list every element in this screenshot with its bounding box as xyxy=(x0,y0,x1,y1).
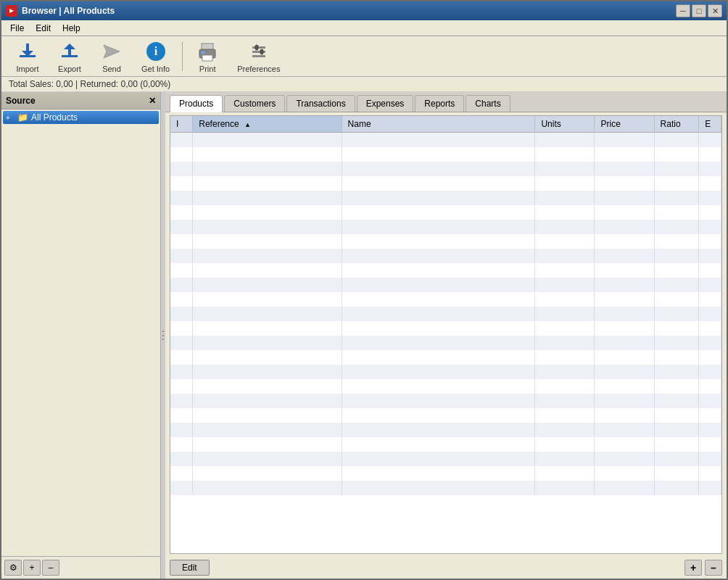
col-header-i-label: I xyxy=(176,119,178,129)
col-header-units[interactable]: Units xyxy=(535,116,595,133)
svg-rect-16 xyxy=(252,55,265,57)
maximize-button[interactable]: □ xyxy=(692,4,706,17)
table-row[interactable] xyxy=(170,481,721,495)
export-label: Export xyxy=(58,65,81,73)
sidebar-remove-button[interactable]: – xyxy=(42,560,59,576)
sidebar-footer: ⚙ + – xyxy=(1,556,160,579)
tab-products[interactable]: Products xyxy=(170,95,223,112)
sidebar-add-button[interactable]: + xyxy=(23,560,41,576)
col-header-e[interactable]: E xyxy=(699,116,721,133)
window-title: Browser | All Products xyxy=(22,6,115,16)
table-header-row: I Reference ▲ Name Units xyxy=(170,116,721,133)
table-row[interactable] xyxy=(170,133,721,147)
col-header-units-label: Units xyxy=(541,119,561,129)
svg-rect-13 xyxy=(202,51,204,54)
send-label: Send xyxy=(102,65,121,73)
app-icon xyxy=(6,5,17,17)
menu-bar: File Edit Help xyxy=(1,20,727,36)
title-bar-left: Browser | All Products xyxy=(6,5,115,17)
table-row[interactable] xyxy=(170,437,721,452)
svg-rect-14 xyxy=(252,46,265,49)
table-row[interactable] xyxy=(170,249,721,263)
table-row[interactable] xyxy=(170,162,721,176)
table-row[interactable] xyxy=(170,365,721,379)
sidebar-header: Source ✕ xyxy=(1,92,160,109)
import-button[interactable]: Import xyxy=(7,36,48,77)
svg-marker-6 xyxy=(64,44,75,49)
table-row[interactable] xyxy=(170,321,721,336)
import-label: Import xyxy=(16,65,38,73)
svg-text:i: i xyxy=(154,45,157,57)
table-container: I Reference ▲ Name Units xyxy=(170,115,722,554)
table-footer: Edit + – xyxy=(165,557,727,579)
main-content: Source ✕ + 📁 All Products ⚙ + – ⋮ xyxy=(1,92,727,579)
print-icon xyxy=(196,40,219,63)
table-row[interactable] xyxy=(170,466,721,481)
table-row[interactable] xyxy=(170,452,721,466)
table-row[interactable] xyxy=(170,394,721,408)
info-icon: i xyxy=(144,40,167,63)
table-row[interactable] xyxy=(170,278,721,292)
close-button[interactable]: ✕ xyxy=(708,4,722,17)
minimize-button[interactable]: ─ xyxy=(676,4,690,17)
menu-help[interactable]: Help xyxy=(57,22,86,35)
table-row[interactable] xyxy=(170,336,721,350)
menu-file[interactable]: File xyxy=(4,22,30,35)
svg-rect-18 xyxy=(260,49,263,54)
table-row[interactable] xyxy=(170,191,721,205)
table-row[interactable] xyxy=(170,307,721,321)
col-header-i[interactable]: I xyxy=(170,116,193,133)
print-button[interactable]: Print xyxy=(187,36,228,77)
export-button[interactable]: Export xyxy=(49,36,90,77)
preferences-button[interactable]: Preferences xyxy=(229,36,288,77)
sidebar-item-label: All Products xyxy=(31,112,78,123)
table-row[interactable] xyxy=(170,408,721,423)
tab-customers[interactable]: Customers xyxy=(224,95,285,112)
remove-row-button[interactable]: – xyxy=(705,560,722,576)
preferences-icon xyxy=(247,40,270,63)
folder-icon: 📁 xyxy=(17,112,28,123)
col-header-reference-label: Reference xyxy=(199,119,239,129)
sidebar-content: + 📁 All Products xyxy=(1,109,160,556)
table-row[interactable] xyxy=(170,234,721,249)
col-header-e-label: E xyxy=(705,119,711,129)
products-table: I Reference ▲ Name Units xyxy=(170,116,721,495)
add-row-button[interactable]: + xyxy=(684,560,702,576)
send-button[interactable]: Send xyxy=(91,36,132,77)
tab-reports[interactable]: Reports xyxy=(415,95,464,112)
table-row[interactable] xyxy=(170,205,721,220)
svg-rect-12 xyxy=(202,55,212,61)
table-row[interactable] xyxy=(170,176,721,191)
tab-transactions[interactable]: Transactions xyxy=(286,95,355,112)
sidebar-title: Source xyxy=(6,96,36,106)
title-bar: Browser | All Products ─ □ ✕ xyxy=(1,1,727,20)
tab-charts[interactable]: Charts xyxy=(466,95,510,112)
col-header-price[interactable]: Price xyxy=(595,116,654,133)
col-header-reference[interactable]: Reference ▲ xyxy=(193,116,342,133)
table-row[interactable] xyxy=(170,292,721,307)
tabs: Products Customers Transactions Expenses… xyxy=(165,92,727,112)
table-footer-right: + – xyxy=(684,560,722,576)
svg-marker-7 xyxy=(104,45,120,58)
tab-expenses[interactable]: Expenses xyxy=(357,95,414,112)
main-window: Browser | All Products ─ □ ✕ File Edit H… xyxy=(0,0,728,580)
table-row[interactable] xyxy=(170,263,721,278)
col-header-ratio[interactable]: Ratio xyxy=(654,116,699,133)
sidebar: Source ✕ + 📁 All Products ⚙ + – xyxy=(1,92,161,579)
table-row[interactable] xyxy=(170,379,721,394)
col-header-name[interactable]: Name xyxy=(342,116,535,133)
menu-edit[interactable]: Edit xyxy=(30,22,57,35)
table-row[interactable] xyxy=(170,147,721,162)
status-text: Total Sales: 0,00 | Returned: 0,00 (0,00… xyxy=(9,79,170,89)
col-header-price-label: Price xyxy=(600,119,620,129)
table-row[interactable] xyxy=(170,423,721,437)
status-bar: Total Sales: 0,00 | Returned: 0,00 (0,00… xyxy=(1,77,727,92)
table-row[interactable] xyxy=(170,350,721,365)
edit-button[interactable]: Edit xyxy=(170,560,210,576)
sidebar-settings-button[interactable]: ⚙ xyxy=(4,560,22,576)
export-icon xyxy=(58,40,81,63)
preferences-label: Preferences xyxy=(237,65,280,73)
table-row[interactable] xyxy=(170,220,721,234)
sidebar-item-allproducts[interactable]: + 📁 All Products xyxy=(3,111,159,124)
getinfo-button[interactable]: i Get Info xyxy=(133,36,178,77)
